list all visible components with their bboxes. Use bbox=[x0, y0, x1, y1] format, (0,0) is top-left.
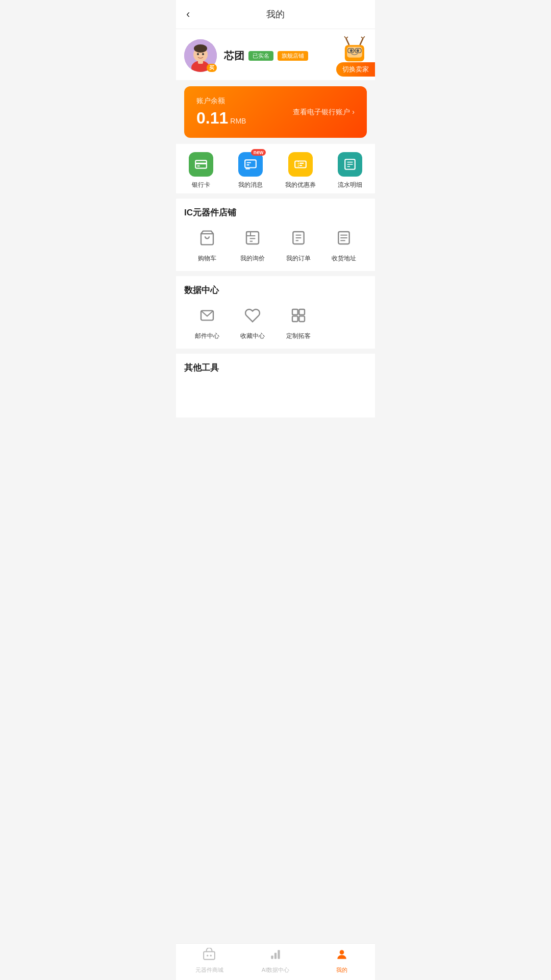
nav-item-mine[interactable]: 我的 bbox=[309, 948, 375, 974]
custom-icon bbox=[287, 304, 310, 327]
ledger-label: 流水明细 bbox=[338, 181, 362, 189]
svg-rect-59 bbox=[278, 950, 280, 959]
tools-section: 其他工具 bbox=[176, 354, 375, 418]
bank-link[interactable]: 查看电子银行账户 › bbox=[293, 108, 355, 117]
svg-rect-50 bbox=[292, 309, 298, 315]
data-icon-custom[interactable]: 定制拓客 bbox=[276, 304, 321, 340]
bottom-nav: 元器件商城 AI数据中心 我的 bbox=[176, 943, 375, 980]
svg-point-6 bbox=[202, 53, 204, 55]
svg-point-5 bbox=[197, 53, 199, 55]
data-icons: 邮件中心 收藏中心 定制拓客 bbox=[184, 304, 367, 345]
data-icon-favorites[interactable]: 收藏中心 bbox=[230, 304, 276, 340]
store-icon-cart[interactable]: 购物车 bbox=[184, 227, 230, 263]
mine-nav-label: 我的 bbox=[336, 966, 347, 974]
switch-seller-button[interactable]: 切换卖家 bbox=[336, 62, 375, 77]
svg-line-16 bbox=[361, 37, 363, 38]
svg-rect-51 bbox=[299, 309, 305, 315]
page-title: 我的 bbox=[266, 8, 285, 20]
store-section-title: IC元器件店铺 bbox=[184, 207, 367, 218]
svg-line-11 bbox=[346, 38, 349, 45]
cart-icon bbox=[196, 227, 218, 249]
orders-label: 我的订单 bbox=[286, 254, 311, 263]
mascot-illustration bbox=[338, 34, 373, 62]
quick-icon-ledger[interactable]: 流水明细 bbox=[330, 152, 370, 189]
svg-rect-25 bbox=[247, 164, 249, 165]
profile-name: 芯团 bbox=[224, 49, 244, 63]
avatar[interactable]: 买 bbox=[184, 39, 217, 72]
svg-line-14 bbox=[360, 38, 363, 45]
svg-rect-21 bbox=[195, 163, 207, 164]
inquiry-label: 我的询价 bbox=[240, 254, 265, 263]
new-badge: new bbox=[251, 149, 266, 156]
svg-rect-36 bbox=[246, 232, 259, 244]
back-button[interactable]: ‹ bbox=[186, 8, 190, 21]
data-section-title: 数据中心 bbox=[184, 284, 367, 296]
ai-nav-icon bbox=[269, 948, 282, 964]
balance-currency: RMB bbox=[230, 117, 246, 125]
mail-label: 邮件中心 bbox=[195, 332, 219, 340]
message-icon bbox=[244, 158, 257, 171]
switch-seller-area: 切换卖家 bbox=[336, 34, 375, 77]
svg-line-13 bbox=[346, 37, 347, 38]
svg-point-55 bbox=[207, 955, 208, 957]
inquiry-icon bbox=[241, 227, 264, 249]
store-section: IC元器件店铺 购物车 我的询价 bbox=[176, 199, 375, 271]
balance-label: 账户余额 bbox=[196, 96, 246, 106]
ledger-icon bbox=[343, 158, 357, 171]
store-icon-orders[interactable]: 我的订单 bbox=[276, 227, 321, 263]
tag-flagship: 旗舰店铺 bbox=[278, 51, 308, 61]
svg-rect-54 bbox=[204, 952, 215, 960]
avatar-badge: 买 bbox=[207, 64, 217, 72]
mall-nav-label: 元器件商城 bbox=[195, 966, 223, 974]
store-icon-address[interactable]: 收货地址 bbox=[321, 227, 367, 263]
svg-point-9 bbox=[350, 50, 353, 52]
favorites-icon bbox=[241, 304, 264, 327]
mail-icon bbox=[196, 304, 218, 327]
ai-nav-label: AI数据中心 bbox=[262, 966, 289, 974]
header: ‹ 我的 bbox=[176, 0, 375, 29]
tools-section-title: 其他工具 bbox=[184, 362, 367, 374]
ledger-icon-box bbox=[338, 152, 362, 177]
svg-point-4 bbox=[194, 44, 207, 53]
message-label: 我的消息 bbox=[238, 181, 263, 189]
tag-verified: 已实名 bbox=[248, 51, 273, 61]
bank-card-icon bbox=[194, 158, 208, 171]
nav-item-mall[interactable]: 元器件商城 bbox=[176, 948, 242, 974]
orders-icon bbox=[287, 227, 310, 249]
balance-amount: 0.11 bbox=[196, 109, 228, 128]
store-icon-inquiry[interactable]: 我的询价 bbox=[230, 227, 276, 263]
svg-rect-23 bbox=[245, 160, 256, 167]
coupon-icon bbox=[294, 158, 307, 171]
svg-point-60 bbox=[340, 950, 344, 954]
svg-rect-30 bbox=[299, 165, 302, 166]
svg-rect-26 bbox=[246, 168, 251, 169]
svg-point-10 bbox=[357, 50, 359, 52]
bank-card-label: 银行卡 bbox=[192, 181, 210, 189]
coupon-icon-box bbox=[288, 152, 313, 177]
svg-rect-29 bbox=[299, 163, 304, 164]
data-icon-mail[interactable]: 邮件中心 bbox=[184, 304, 230, 340]
quick-icons-section: 银行卡 new 我的消息 我的优惠券 bbox=[176, 144, 375, 193]
address-label: 收货地址 bbox=[332, 254, 356, 263]
message-icon-box: new bbox=[238, 152, 263, 177]
mall-nav-icon bbox=[203, 948, 216, 964]
nav-item-ai[interactable]: AI数据中心 bbox=[242, 948, 309, 974]
data-section: 数据中心 邮件中心 收藏中心 bbox=[176, 276, 375, 349]
balance-card: 账户余额 0.11 RMB 查看电子银行账户 › bbox=[184, 86, 367, 138]
favorites-label: 收藏中心 bbox=[240, 332, 265, 340]
quick-icon-bank-card[interactable]: 银行卡 bbox=[181, 152, 221, 189]
profile-section: 买 芯团 已实名 旗舰店铺 bbox=[176, 29, 375, 80]
custom-label: 定制拓客 bbox=[286, 332, 311, 340]
svg-point-56 bbox=[210, 955, 212, 957]
mine-nav-icon bbox=[335, 948, 348, 964]
quick-icon-coupon[interactable]: 我的优惠券 bbox=[280, 152, 321, 189]
cart-label: 购物车 bbox=[198, 254, 216, 263]
bank-card-icon-box bbox=[189, 152, 213, 177]
svg-rect-22 bbox=[197, 165, 199, 166]
svg-rect-52 bbox=[292, 316, 298, 322]
address-icon bbox=[333, 227, 355, 249]
coupon-label: 我的优惠券 bbox=[285, 181, 316, 189]
quick-icon-message[interactable]: new 我的消息 bbox=[230, 152, 271, 189]
svg-rect-27 bbox=[295, 161, 306, 168]
svg-rect-57 bbox=[271, 955, 273, 959]
